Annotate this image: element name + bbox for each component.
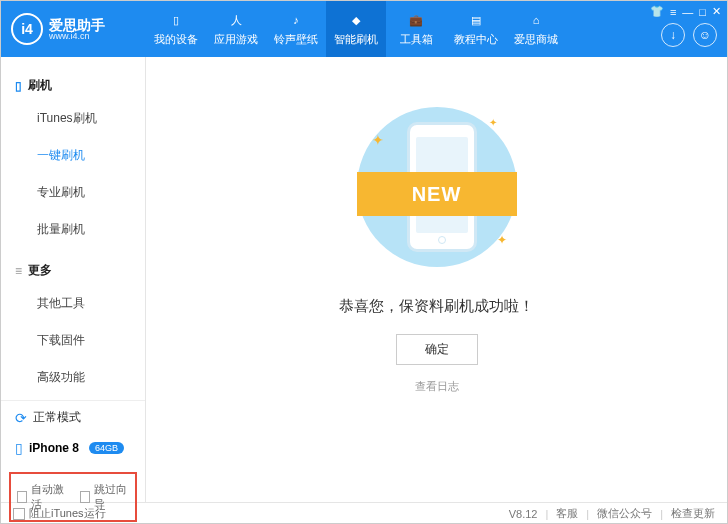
success-message: 恭喜您，保资料刷机成功啦！ <box>339 297 534 316</box>
logo-area: i4 爱思助手 www.i4.cn <box>1 13 146 45</box>
book-icon: ▤ <box>467 11 485 29</box>
main-nav: ▯我的设备 人应用游戏 ♪铃声壁纸 ◆智能刷机 💼工具箱 ▤教程中心 ⌂爱思商城 <box>146 1 566 57</box>
sidebar-item-itunes-flash[interactable]: iTunes刷机 <box>1 100 145 137</box>
device-row[interactable]: ▯ iPhone 8 64GB <box>1 434 145 466</box>
maximize-icon[interactable]: □ <box>699 6 706 18</box>
user-button[interactable]: ☺ <box>693 23 717 47</box>
check-update-link[interactable]: 检查更新 <box>671 506 715 521</box>
nav-my-device[interactable]: ▯我的设备 <box>146 1 206 57</box>
nav-apps[interactable]: 人应用游戏 <box>206 1 266 57</box>
device-name: iPhone 8 <box>29 441 79 455</box>
support-link[interactable]: 客服 <box>556 506 578 521</box>
block-itunes-checkbox[interactable]: 阻止iTunes运行 <box>13 506 106 521</box>
refresh-icon: ⟳ <box>15 410 27 426</box>
sidebar: ▯刷机 iTunes刷机 一键刷机 专业刷机 批量刷机 ≡更多 其他工具 下载固… <box>1 57 146 502</box>
menu-icon[interactable]: ≡ <box>670 6 676 18</box>
close-icon[interactable]: ✕ <box>712 5 721 18</box>
more-icon: ≡ <box>15 264 22 278</box>
shirt-icon[interactable]: 👕 <box>650 5 664 18</box>
wechat-link[interactable]: 微信公众号 <box>597 506 652 521</box>
flash-icon: ◆ <box>347 11 365 29</box>
ribbon-label: NEW <box>357 172 517 216</box>
sidebar-item-pro-flash[interactable]: 专业刷机 <box>1 174 145 211</box>
minimize-icon[interactable]: — <box>682 6 693 18</box>
nav-tools[interactable]: 💼工具箱 <box>386 1 446 57</box>
window-controls: 👕 ≡ — □ ✕ <box>650 5 721 18</box>
nav-flash[interactable]: ◆智能刷机 <box>326 1 386 57</box>
download-button[interactable]: ↓ <box>661 23 685 47</box>
device-icon: ▯ <box>15 440 23 456</box>
brand-sub: www.i4.cn <box>49 32 105 41</box>
main-content: ✦✦✦ NEW 恭喜您，保资料刷机成功啦！ 确定 查看日志 <box>146 57 727 502</box>
version-label: V8.12 <box>509 508 538 520</box>
sidebar-item-oneclick-flash[interactable]: 一键刷机 <box>1 137 145 174</box>
logo-icon: i4 <box>11 13 43 45</box>
music-icon: ♪ <box>287 11 305 29</box>
device-status[interactable]: ⟳ 正常模式 <box>1 400 145 434</box>
shop-icon: ⌂ <box>527 11 545 29</box>
apps-icon: 人 <box>227 11 245 29</box>
sidebar-section-more: ≡更多 <box>1 256 145 285</box>
success-illustration: ✦✦✦ NEW <box>347 97 527 277</box>
sidebar-item-download-fw[interactable]: 下载固件 <box>1 322 145 359</box>
nav-tutorials[interactable]: ▤教程中心 <box>446 1 506 57</box>
confirm-button[interactable]: 确定 <box>396 334 478 365</box>
sidebar-section-flash: ▯刷机 <box>1 71 145 100</box>
phone-icon: ▯ <box>167 11 185 29</box>
brand-title: 爱思助手 <box>49 18 105 32</box>
toolbox-icon: 💼 <box>407 11 425 29</box>
storage-badge: 64GB <box>89 442 124 454</box>
nav-store[interactable]: ⌂爱思商城 <box>506 1 566 57</box>
nav-ringtones[interactable]: ♪铃声壁纸 <box>266 1 326 57</box>
sidebar-item-batch-flash[interactable]: 批量刷机 <box>1 211 145 248</box>
phone-outline-icon: ▯ <box>15 79 22 93</box>
view-log-link[interactable]: 查看日志 <box>415 379 459 394</box>
sidebar-item-other-tools[interactable]: 其他工具 <box>1 285 145 322</box>
app-header: i4 爱思助手 www.i4.cn ▯我的设备 人应用游戏 ♪铃声壁纸 ◆智能刷… <box>1 1 727 57</box>
sidebar-item-advanced[interactable]: 高级功能 <box>1 359 145 396</box>
